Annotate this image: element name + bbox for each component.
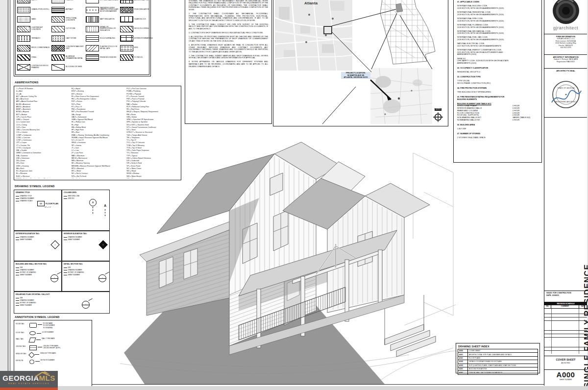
revision-col-date: DATE: [579, 305, 587, 308]
legend-label: SHEET NUMBER: [16, 304, 66, 307]
material-label: ACOUSTICAL TILE: [134, 0, 153, 1]
code-line: LIFE SAFETY CODE, 2018 EDITION WITH GEOR…: [457, 60, 538, 64]
legend-cell-detail-section: DETAIL SECTION TAG: SIM DRAWING NUMBER E…: [62, 261, 110, 292]
material-hatch-swatch: [120, 26, 133, 32]
material-hatch-swatch: [120, 54, 133, 61]
annotation-tag-label: DOOR TAG:: [16, 331, 28, 334]
drawing-title-symbol: 03 FLOOR PLAN 1/4" = 1'-0": [37, 201, 58, 208]
material-legend-item: CAST STONE: [51, 34, 84, 44]
sheet-index-number: A102: [458, 360, 468, 363]
material-label: ASPHALT: [66, 9, 84, 11]
material-legend-item: PLYWOOD: [120, 53, 153, 63]
architect-seal-section: ARCHITECT'S SEAL STATE OF GEORGIA REGIST…: [544, 69, 587, 118]
annotation-symbol-labels: KEYNOTE NUMBER: [41, 359, 55, 361]
material-legend-item: TERRAZZO: [17, 34, 50, 44]
sheet-scale: AS NOTED: [544, 362, 587, 364]
material-label: EARTH: [31, 0, 50, 1]
legend-cell-exterior-elevation: EXTERIOR ELEVATION TAG: DRAWING NUMBER S…: [14, 231, 62, 261]
sheet-index-name: ARCHITECTURAL SITE PLAN, DIAGRAMS AND DE…: [468, 354, 538, 356]
code-line: 01. APPLICABLE CODES: [457, 1, 538, 3]
general-note: 6. ARCHITECTURAL DRAWINGS MUST ALWAYS BE…: [189, 44, 268, 53]
material-legend-item: SAND: [17, 15, 50, 24]
material-legend-item: ALUMINUM ORNAMENTAL METAL: [51, 53, 84, 63]
svg-text:STATE OF GEORGIA: STATE OF GEORGIA: [557, 87, 574, 89]
code-line: 2018 EDITION, WITH GEORGIA AMENDMENTS (2…: [457, 26, 538, 29]
state-map-graphic: [368, 0, 449, 70]
project-location-callout: PROJECT LOCATION: 58 MARTIN AVE SE ATLAN…: [341, 72, 370, 79]
material-label: TERRAZZO: [31, 38, 50, 40]
material-hatch-swatch: [120, 7, 133, 13]
material-legend-item: PLASTER: [51, 0, 84, 5]
material-legend-item: GLASS BLOCK: [120, 15, 153, 24]
sheet-title: COVER SHEET: [544, 358, 587, 361]
sheet-index-name: COVER SHEET: [468, 350, 538, 352]
issue-date: DATE: 03/08/23: [546, 294, 587, 297]
material-hatch-swatch: [86, 0, 99, 3]
material-hatch-swatch: [51, 7, 65, 13]
sheet-title-section: COVER SHEET AS NOTED: [544, 356, 587, 370]
north-label: NORTH: [435, 108, 442, 111]
legend-cell-drawing-title: DRAWING TITLE: DRAWING TITLE DRAWING NUM…: [14, 190, 62, 231]
legend-label: GRID NO.: [64, 197, 108, 200]
material-hatch-swatch: [86, 35, 99, 42]
material-legend-item: WOOD FLOORING: [120, 24, 153, 34]
material-label: BRICK COMMON/FACE: [31, 47, 50, 49]
leader-line: [38, 347, 42, 347]
material-hatch-swatch: [17, 45, 30, 51]
code-line: THIS BUILDING IS NOT SPRINKLERED: [457, 91, 538, 94]
material-legend-item: [86, 63, 119, 73]
annotation-tag-label: WINDOW TAG:: [16, 352, 28, 355]
general-note: 3. THE CONTRACTOR SHALL CONDUCT HIS OWN …: [189, 24, 268, 30]
revision-schedule-section: REVISION SCHEDULE NO. COMMENT DATE: [544, 302, 587, 356]
material-label: PLASTER STUCCO IN METAL LATH: [100, 46, 119, 50]
code-line: 04. FIRE PROTECTION SYSTEMS: [457, 87, 538, 90]
material-label: WOOD FLOORING: [134, 28, 153, 30]
title-block: gjrarchitect FIRM INFORMATION GJR ARCHIT…: [544, 0, 587, 386]
sheet-index-number: A000: [458, 349, 468, 352]
material-label: PLASTER: [66, 0, 84, 1]
general-note: 2. THE CONTRACTOR SHALL COORDINATE ALL M…: [189, 13, 268, 22]
architect-registration: Registration RA013322: [544, 61, 587, 63]
material-hatch-swatch: [51, 54, 65, 61]
material-hatch-swatch: [86, 54, 99, 61]
general-notes-panel: ARCHITECTURAL ELEMENTS AND TYPE OF STRUC…: [185, 0, 272, 124]
material-label: GRAVEL/POROUS FILL: [31, 9, 50, 11]
annotation-symbol-glyph: [29, 360, 34, 365]
material-label: EXTERIOR SHEATHING: [134, 38, 153, 40]
sheet-index-number: A301: [458, 371, 468, 374]
code-line: 02. OCCUPANCY CLASSIFICATION: [457, 67, 538, 70]
material-hatch-swatch: [17, 16, 30, 23]
material-label: BATT INSULATION: [100, 19, 119, 21]
abbreviations-column-1: # = Panel OR Number& = And@ = AtACT = Ac…: [16, 88, 69, 178]
leader-line: [38, 324, 42, 325]
general-note: 4. CONTRACTOR'S SHOP DRAWINGS SHOULD IND…: [189, 32, 268, 34]
firm-logo-section: gjrarchitect: [544, 0, 587, 34]
georgia-state-map: [368, 0, 449, 70]
sheet-number-label: SHEET NUMBER: [544, 379, 587, 381]
sheet-index-row: A103 RCP (LIGHTING) PLANS, STAIR PLANS A…: [458, 364, 538, 367]
material-hatch-swatch: [86, 7, 99, 13]
material-hatch-swatch: [86, 45, 99, 51]
material-legend-item: CONTINUOUS WOOD FRAMING: [17, 63, 50, 73]
city-map-graphic: [275, 0, 352, 71]
material-hatch-swatch: [17, 26, 30, 32]
material-hatch-swatch: [51, 26, 65, 32]
svg-text:✶: ✶: [564, 93, 567, 96]
firm-logo-icon: [549, 0, 583, 26]
material-legend-item: EARTH: [17, 0, 50, 5]
drawing-symbol-legend-title: DRAWING SYMBOL LEGEND: [15, 185, 54, 188]
material-hatch-swatch: [17, 7, 30, 13]
svg-text:REGISTERED ARCHITECT: REGISTERED ARCHITECT: [555, 101, 577, 103]
code-line: RESIDENTIAL GROUP R-3: [457, 71, 538, 73]
watermark-tagline: REAL ESTATE SERVICES: [8, 382, 49, 385]
drawing-symbol-legend-panel: DRAWING TITLE: DRAWING TITLE DRAWING NUM…: [14, 190, 110, 314]
sheet-index-number: A001: [458, 353, 468, 356]
material-hatch-swatch: [17, 54, 30, 61]
annotation-symbol-legend-title: ANNOTATION SYMBOL LEGEND: [15, 316, 60, 318]
material-legend-item: BRICK COMMON/FACE: [17, 44, 50, 53]
watermark-accent-bar: [0, 388, 58, 390]
material-legend-item: EXTERIOR SHEATHING: [120, 34, 153, 44]
annotation-legend-row: DOOR TAG: DOOR NUMBER: [16, 331, 90, 336]
material-label: GYPSUM WALL BOARD: [100, 0, 119, 1]
sheet-index-name: RCP (LIGHTING) PLANS, STAIR PLANS AND ST…: [468, 365, 538, 366]
